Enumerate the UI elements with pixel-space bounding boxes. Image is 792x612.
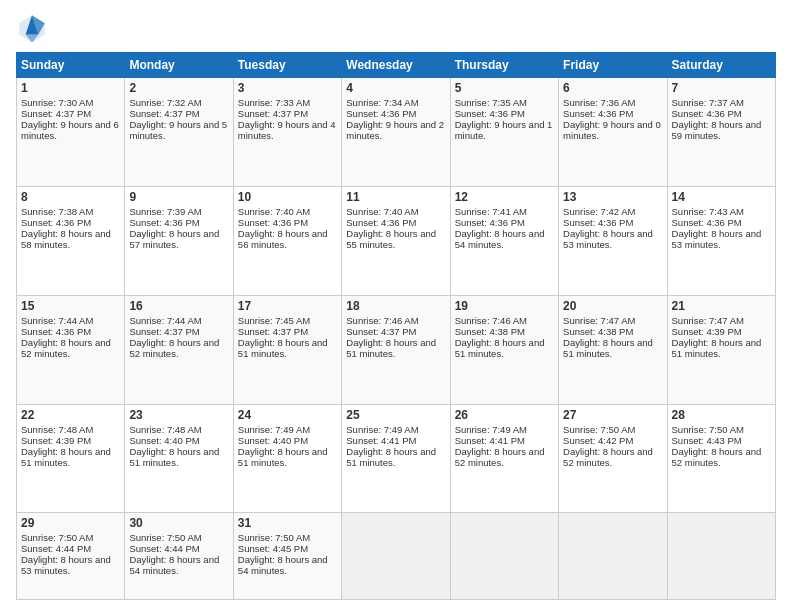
sunset-label: Sunset: 4:45 PM — [238, 543, 308, 554]
daylight-label: Daylight: 8 hours and 51 minutes. — [346, 446, 436, 468]
sunset-label: Sunset: 4:36 PM — [455, 217, 525, 228]
calendar-cell: 19Sunrise: 7:46 AMSunset: 4:38 PMDayligh… — [450, 295, 558, 404]
page: SundayMondayTuesdayWednesdayThursdayFrid… — [0, 0, 792, 612]
sunrise-label: Sunrise: 7:50 AM — [21, 532, 93, 543]
day-number: 18 — [346, 299, 445, 313]
sunset-label: Sunset: 4:37 PM — [238, 326, 308, 337]
daylight-label: Daylight: 8 hours and 51 minutes. — [21, 446, 111, 468]
calendar-header-row: SundayMondayTuesdayWednesdayThursdayFrid… — [17, 53, 776, 78]
calendar-cell: 25Sunrise: 7:49 AMSunset: 4:41 PMDayligh… — [342, 404, 450, 513]
sunrise-label: Sunrise: 7:47 AM — [672, 315, 744, 326]
calendar-header-tuesday: Tuesday — [233, 53, 341, 78]
sunset-label: Sunset: 4:36 PM — [672, 108, 742, 119]
sunrise-label: Sunrise: 7:45 AM — [238, 315, 310, 326]
calendar-week-row-2: 8Sunrise: 7:38 AMSunset: 4:36 PMDaylight… — [17, 186, 776, 295]
sunrise-label: Sunrise: 7:49 AM — [238, 424, 310, 435]
day-number: 8 — [21, 190, 120, 204]
day-number: 10 — [238, 190, 337, 204]
day-number: 11 — [346, 190, 445, 204]
calendar-cell: 6Sunrise: 7:36 AMSunset: 4:36 PMDaylight… — [559, 78, 667, 187]
calendar-cell: 21Sunrise: 7:47 AMSunset: 4:39 PMDayligh… — [667, 295, 775, 404]
calendar-cell: 2Sunrise: 7:32 AMSunset: 4:37 PMDaylight… — [125, 78, 233, 187]
calendar-cell: 9Sunrise: 7:39 AMSunset: 4:36 PMDaylight… — [125, 186, 233, 295]
daylight-label: Daylight: 8 hours and 56 minutes. — [238, 228, 328, 250]
sunset-label: Sunset: 4:40 PM — [238, 435, 308, 446]
calendar-week-row-3: 15Sunrise: 7:44 AMSunset: 4:36 PMDayligh… — [17, 295, 776, 404]
logo-icon — [16, 12, 48, 44]
sunrise-label: Sunrise: 7:44 AM — [129, 315, 201, 326]
sunrise-label: Sunrise: 7:33 AM — [238, 97, 310, 108]
sunrise-label: Sunrise: 7:49 AM — [346, 424, 418, 435]
sunrise-label: Sunrise: 7:32 AM — [129, 97, 201, 108]
daylight-label: Daylight: 8 hours and 54 minutes. — [455, 228, 545, 250]
day-number: 12 — [455, 190, 554, 204]
day-number: 17 — [238, 299, 337, 313]
sunset-label: Sunset: 4:36 PM — [346, 108, 416, 119]
sunrise-label: Sunrise: 7:48 AM — [129, 424, 201, 435]
sunset-label: Sunset: 4:38 PM — [563, 326, 633, 337]
daylight-label: Daylight: 9 hours and 5 minutes. — [129, 119, 227, 141]
calendar-header-monday: Monday — [125, 53, 233, 78]
daylight-label: Daylight: 8 hours and 51 minutes. — [129, 446, 219, 468]
daylight-label: Daylight: 9 hours and 2 minutes. — [346, 119, 444, 141]
sunset-label: Sunset: 4:37 PM — [238, 108, 308, 119]
sunrise-label: Sunrise: 7:46 AM — [455, 315, 527, 326]
sunrise-label: Sunrise: 7:50 AM — [129, 532, 201, 543]
sunrise-label: Sunrise: 7:49 AM — [455, 424, 527, 435]
sunrise-label: Sunrise: 7:35 AM — [455, 97, 527, 108]
day-number: 5 — [455, 81, 554, 95]
sunrise-label: Sunrise: 7:43 AM — [672, 206, 744, 217]
sunset-label: Sunset: 4:37 PM — [21, 108, 91, 119]
calendar-cell: 3Sunrise: 7:33 AMSunset: 4:37 PMDaylight… — [233, 78, 341, 187]
daylight-label: Daylight: 8 hours and 51 minutes. — [238, 337, 328, 359]
day-number: 4 — [346, 81, 445, 95]
calendar-cell: 11Sunrise: 7:40 AMSunset: 4:36 PMDayligh… — [342, 186, 450, 295]
calendar-cell: 12Sunrise: 7:41 AMSunset: 4:36 PMDayligh… — [450, 186, 558, 295]
day-number: 3 — [238, 81, 337, 95]
daylight-label: Daylight: 8 hours and 59 minutes. — [672, 119, 762, 141]
day-number: 23 — [129, 408, 228, 422]
sunset-label: Sunset: 4:37 PM — [346, 326, 416, 337]
daylight-label: Daylight: 8 hours and 51 minutes. — [672, 337, 762, 359]
sunrise-label: Sunrise: 7:34 AM — [346, 97, 418, 108]
calendar-week-row-1: 1Sunrise: 7:30 AMSunset: 4:37 PMDaylight… — [17, 78, 776, 187]
sunrise-label: Sunrise: 7:30 AM — [21, 97, 93, 108]
daylight-label: Daylight: 8 hours and 52 minutes. — [563, 446, 653, 468]
day-number: 7 — [672, 81, 771, 95]
calendar-cell: 10Sunrise: 7:40 AMSunset: 4:36 PMDayligh… — [233, 186, 341, 295]
sunset-label: Sunset: 4:43 PM — [672, 435, 742, 446]
sunset-label: Sunset: 4:36 PM — [563, 217, 633, 228]
calendar-cell — [342, 513, 450, 600]
sunrise-label: Sunrise: 7:37 AM — [672, 97, 744, 108]
calendar-header-saturday: Saturday — [667, 53, 775, 78]
calendar-cell: 28Sunrise: 7:50 AMSunset: 4:43 PMDayligh… — [667, 404, 775, 513]
sunset-label: Sunset: 4:36 PM — [21, 217, 91, 228]
calendar-cell: 7Sunrise: 7:37 AMSunset: 4:36 PMDaylight… — [667, 78, 775, 187]
sunset-label: Sunset: 4:36 PM — [346, 217, 416, 228]
calendar-cell: 17Sunrise: 7:45 AMSunset: 4:37 PMDayligh… — [233, 295, 341, 404]
day-number: 20 — [563, 299, 662, 313]
calendar-cell: 14Sunrise: 7:43 AMSunset: 4:36 PMDayligh… — [667, 186, 775, 295]
sunrise-label: Sunrise: 7:40 AM — [238, 206, 310, 217]
calendar-cell — [667, 513, 775, 600]
day-number: 13 — [563, 190, 662, 204]
calendar-cell: 5Sunrise: 7:35 AMSunset: 4:36 PMDaylight… — [450, 78, 558, 187]
daylight-label: Daylight: 8 hours and 52 minutes. — [129, 337, 219, 359]
calendar-week-row-5: 29Sunrise: 7:50 AMSunset: 4:44 PMDayligh… — [17, 513, 776, 600]
sunrise-label: Sunrise: 7:50 AM — [238, 532, 310, 543]
daylight-label: Daylight: 8 hours and 54 minutes. — [238, 554, 328, 576]
day-number: 6 — [563, 81, 662, 95]
sunrise-label: Sunrise: 7:38 AM — [21, 206, 93, 217]
sunrise-label: Sunrise: 7:48 AM — [21, 424, 93, 435]
sunset-label: Sunset: 4:36 PM — [21, 326, 91, 337]
sunset-label: Sunset: 4:36 PM — [563, 108, 633, 119]
daylight-label: Daylight: 8 hours and 52 minutes. — [21, 337, 111, 359]
calendar-cell: 30Sunrise: 7:50 AMSunset: 4:44 PMDayligh… — [125, 513, 233, 600]
day-number: 19 — [455, 299, 554, 313]
calendar-header-wednesday: Wednesday — [342, 53, 450, 78]
sunrise-label: Sunrise: 7:44 AM — [21, 315, 93, 326]
day-number: 25 — [346, 408, 445, 422]
sunrise-label: Sunrise: 7:46 AM — [346, 315, 418, 326]
sunset-label: Sunset: 4:44 PM — [21, 543, 91, 554]
day-number: 15 — [21, 299, 120, 313]
